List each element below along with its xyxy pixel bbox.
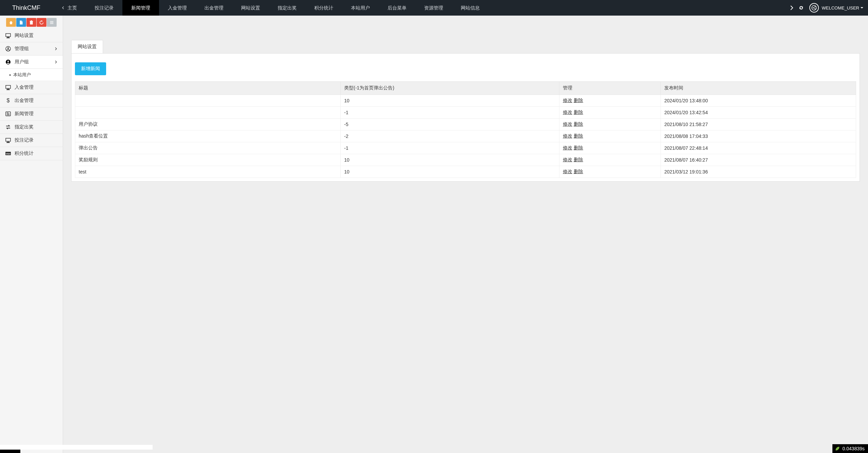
tab-5[interactable]: 指定出奖 bbox=[269, 0, 305, 16]
recycle-icon bbox=[39, 20, 44, 25]
tab-4[interactable]: 网站设置 bbox=[232, 0, 269, 16]
chevron-right-icon bbox=[54, 59, 58, 65]
edit-link[interactable]: 修改 bbox=[563, 121, 572, 127]
col-header: 管理 bbox=[559, 82, 660, 95]
edit-link[interactable]: 修改 bbox=[563, 98, 572, 103]
sidebar-item-5[interactable]: 新闻管理 bbox=[0, 107, 63, 121]
table-row: test10修改删除2021/03/12 19:01:36 bbox=[75, 166, 856, 178]
delete-link[interactable]: 删除 bbox=[574, 133, 583, 139]
tab-7[interactable]: 本站用户 bbox=[342, 0, 379, 16]
table-cell: 奖励规则 bbox=[75, 154, 341, 166]
refresh-button[interactable] bbox=[796, 0, 806, 16]
table-cell: 用户协议 bbox=[75, 119, 341, 130]
sidebar-item-4[interactable]: 出金管理 bbox=[0, 94, 63, 107]
tab-3[interactable]: 出金管理 bbox=[196, 0, 232, 16]
user-circle-icon bbox=[5, 46, 11, 52]
sidebar-tool-file[interactable] bbox=[16, 18, 26, 27]
sidebar-tool-recycle[interactable] bbox=[37, 18, 46, 27]
table-cell: 2021/08/08 17:04:33 bbox=[661, 130, 856, 142]
sidebar-item-label: 入金管理 bbox=[15, 84, 58, 90]
timing-value: 0.043839s bbox=[843, 446, 865, 451]
sidebar-item-label: 新闻管理 bbox=[15, 111, 58, 117]
list-icon bbox=[50, 20, 54, 25]
delete-link[interactable]: 删除 bbox=[574, 121, 583, 127]
table-cell: 2024/01/20 13:42:54 bbox=[661, 107, 856, 119]
refresh-icon bbox=[798, 5, 804, 11]
bottom-scrollbar-stub bbox=[0, 445, 153, 450]
sidebar-item-3[interactable]: 入金管理 bbox=[0, 81, 63, 94]
delete-link[interactable]: 删除 bbox=[574, 98, 583, 103]
sidebar-item-2[interactable]: 用户组 bbox=[0, 56, 63, 69]
sidebar-item-label: 积分统计 bbox=[15, 150, 58, 157]
trash-icon bbox=[29, 20, 34, 25]
sidebar-subitem[interactable]: 本站用户 bbox=[0, 69, 63, 81]
col-header: 类型(-1为首页弹出公告) bbox=[341, 82, 559, 95]
table-cell: 2021/08/10 21:58:27 bbox=[661, 119, 856, 130]
monitor-icon bbox=[5, 137, 11, 143]
monitor-icon bbox=[5, 33, 11, 39]
sidebar-submenu: 本站用户 bbox=[0, 69, 63, 81]
tab-1[interactable]: 新闻管理 bbox=[122, 0, 159, 16]
chevron-right-icon bbox=[789, 5, 794, 11]
page-tab-site-settings[interactable]: 网站设置 bbox=[71, 40, 103, 53]
add-news-button[interactable]: 新增新闻 bbox=[75, 62, 106, 75]
sidebar-item-label: 网站设置 bbox=[15, 33, 58, 39]
sidebar-item-label: 出金管理 bbox=[15, 98, 58, 104]
delete-link[interactable]: 删除 bbox=[574, 109, 583, 115]
table-cell: 修改删除 bbox=[559, 107, 660, 119]
table-cell: 弹出公告 bbox=[75, 142, 341, 154]
news-icon bbox=[5, 111, 11, 117]
table-cell: 修改删除 bbox=[559, 142, 660, 154]
edit-link[interactable]: 修改 bbox=[563, 133, 572, 139]
edit-link[interactable]: 修改 bbox=[563, 157, 572, 162]
user-welcome: WELCOME_USER bbox=[822, 5, 859, 11]
sidebar-menu: 网站设置管理组用户组本站用户入金管理出金管理新闻管理指定出奖投注记录积分统计 bbox=[0, 29, 63, 453]
table-row: 弹出公告-1修改删除2021/08/07 22:48:14 bbox=[75, 142, 856, 154]
nav-actions: WELCOME_USER bbox=[787, 0, 868, 16]
user-solid-icon bbox=[5, 59, 11, 65]
table-row: 10修改删除2024/01/20 13:48:00 bbox=[75, 95, 856, 107]
avatar bbox=[809, 3, 819, 13]
news-table: 标题类型(-1为首页弹出公告)管理发布时间 10修改删除2024/01/20 1… bbox=[75, 81, 856, 178]
sidebar-tool-list[interactable] bbox=[47, 18, 57, 27]
content-panel: 新增新闻 标题类型(-1为首页弹出公告)管理发布时间 10修改删除2024/01… bbox=[71, 53, 860, 182]
sidebar-tool-trash[interactable] bbox=[26, 18, 36, 27]
table-row: 奖励规则10修改删除2021/08/07 16:40:27 bbox=[75, 154, 856, 166]
tab-9[interactable]: 资源管理 bbox=[415, 0, 452, 16]
table-cell: 2024/01/20 13:48:00 bbox=[661, 95, 856, 107]
sidebar-item-label: 投注记录 bbox=[15, 137, 58, 143]
sidebar-item-6[interactable]: 指定出奖 bbox=[0, 121, 63, 134]
tab-10[interactable]: 网站信息 bbox=[452, 0, 489, 16]
table-cell: -2 bbox=[341, 130, 559, 142]
swap-icon bbox=[5, 124, 11, 130]
delete-link[interactable]: 删除 bbox=[574, 169, 583, 174]
edit-link[interactable]: 修改 bbox=[563, 169, 572, 174]
col-header: 发布时间 bbox=[661, 82, 856, 95]
timing-badge: 0.043839s bbox=[832, 444, 868, 453]
tab-home[interactable]: 主页 bbox=[53, 0, 86, 16]
sidebar-item-label: 指定出奖 bbox=[15, 124, 58, 130]
edit-link[interactable]: 修改 bbox=[563, 109, 572, 115]
tabs-next-button[interactable] bbox=[787, 0, 796, 16]
user-menu[interactable]: WELCOME_USER bbox=[809, 3, 863, 13]
sidebar-tool-home[interactable] bbox=[6, 18, 16, 27]
delete-link[interactable]: 删除 bbox=[574, 157, 583, 162]
brand: ThinkCMF bbox=[0, 0, 53, 16]
sidebar-item-1[interactable]: 管理组 bbox=[0, 42, 63, 56]
sidebar-item-8[interactable]: 积分统计 bbox=[0, 147, 63, 160]
home-icon bbox=[9, 20, 13, 25]
sidebar-item-0[interactable]: 网站设置 bbox=[0, 29, 63, 42]
sidebar-item-7[interactable]: 投注记录 bbox=[0, 134, 63, 147]
tab-8[interactable]: 后台菜单 bbox=[379, 0, 415, 16]
tab-2[interactable]: 入金管理 bbox=[159, 0, 196, 16]
table-cell: 修改删除 bbox=[559, 130, 660, 142]
tab-6[interactable]: 积分统计 bbox=[305, 0, 342, 16]
table-row: -1修改删除2024/01/20 13:42:54 bbox=[75, 107, 856, 119]
table-cell: -5 bbox=[341, 119, 559, 130]
edit-link[interactable]: 修改 bbox=[563, 145, 572, 150]
chevron-left-icon bbox=[61, 5, 65, 10]
chevron-right-icon bbox=[54, 46, 58, 52]
table-cell: 2021/08/07 22:48:14 bbox=[661, 142, 856, 154]
delete-link[interactable]: 删除 bbox=[574, 145, 583, 150]
tab-0[interactable]: 投注记录 bbox=[86, 0, 122, 16]
